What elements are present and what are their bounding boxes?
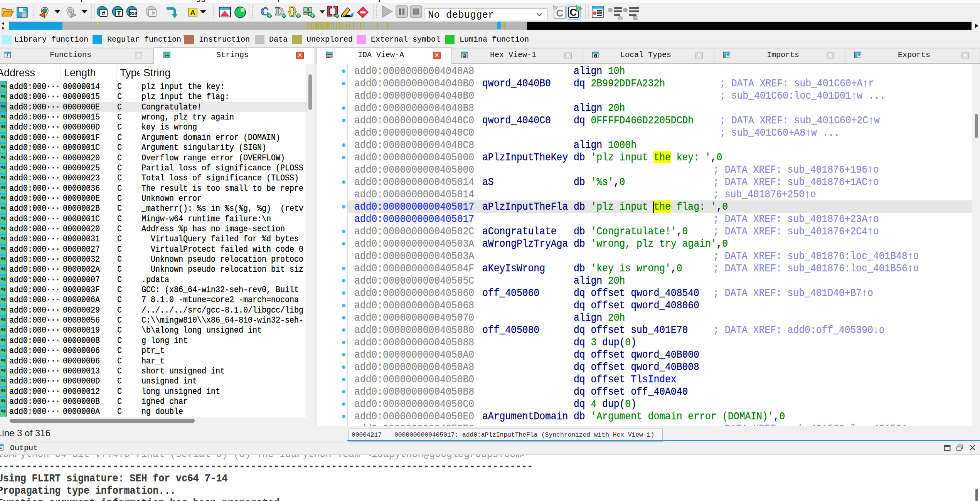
- svg-text:010: 010: [130, 11, 137, 16]
- svg-text:{}: {}: [288, 5, 297, 17]
- svg-text:A: A: [190, 9, 195, 16]
- svg-text:C: C: [570, 7, 577, 18]
- svg-text:C: C: [556, 7, 564, 19]
- svg-text:T: T: [117, 10, 121, 17]
- svg-text:#: #: [102, 10, 106, 17]
